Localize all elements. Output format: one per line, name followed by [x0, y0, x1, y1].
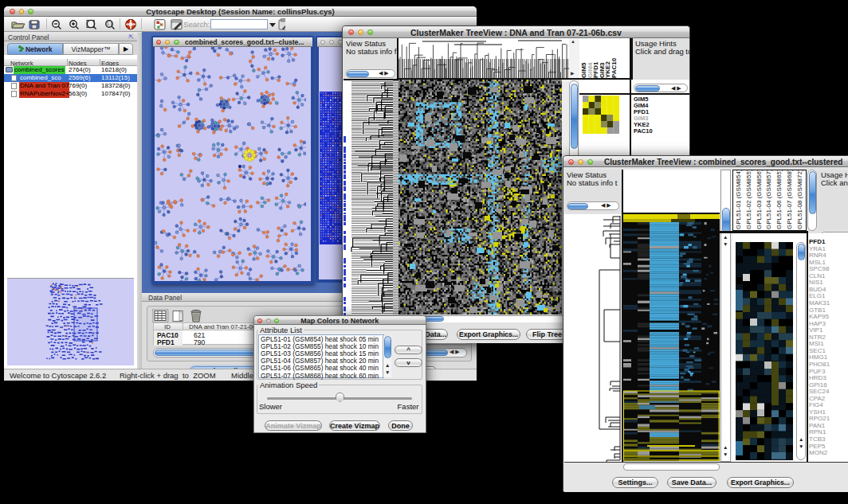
svg-text:1:1: 1:1 — [107, 21, 112, 26]
